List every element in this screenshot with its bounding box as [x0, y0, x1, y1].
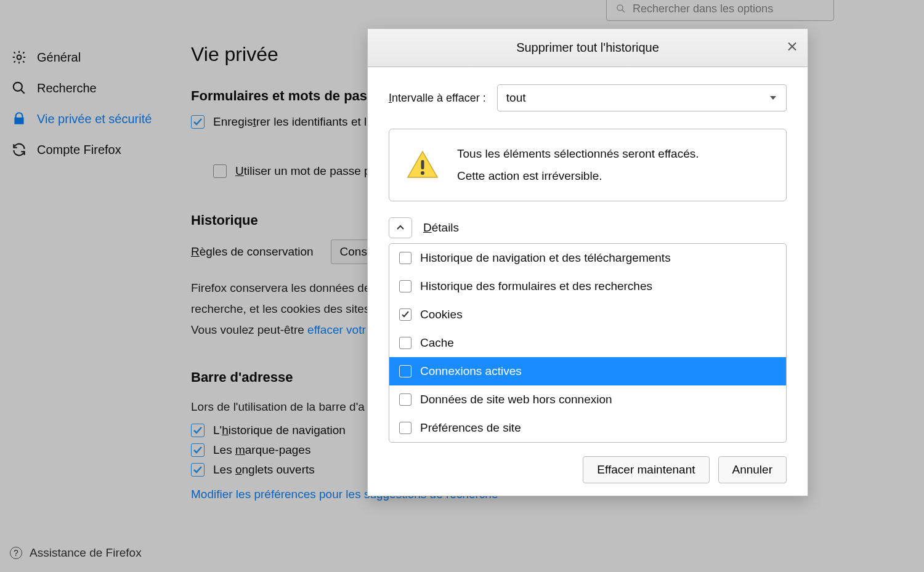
- check-item-label: Historique de navigation et des téléchar…: [420, 251, 671, 265]
- check-item-label: Cookies: [420, 308, 463, 321]
- checkbox-icon: [399, 308, 411, 321]
- checkbox-icon: [399, 280, 411, 292]
- checkbox-icon: [399, 393, 411, 406]
- details-label: Détails: [423, 221, 459, 235]
- warning-box: Tous les éléments sélectionnés seront ef…: [389, 129, 787, 201]
- details-toggle[interactable]: Détails: [389, 217, 787, 238]
- svg-point-4: [421, 171, 424, 175]
- check-item-label: Connexions actives: [420, 365, 522, 378]
- check-item-nav-history[interactable]: Historique de navigation et des téléchar…: [389, 244, 786, 272]
- check-item-label: Préférences de site: [420, 421, 521, 435]
- dialog-title: Supprimer tout l'historique: [516, 41, 659, 55]
- range-value: tout: [506, 91, 526, 105]
- warning-icon: [405, 148, 440, 182]
- close-icon: [787, 41, 798, 52]
- check-item-offline-data[interactable]: Données de site web hors connexion: [389, 385, 786, 414]
- dialog-header: Supprimer tout l'historique: [368, 29, 808, 67]
- check-item-label: Historique des formulaires et des recher…: [420, 280, 652, 293]
- chevron-down-icon: [769, 94, 777, 102]
- range-select[interactable]: tout: [497, 84, 787, 111]
- check-item-site-prefs[interactable]: Préférences de site: [389, 414, 786, 442]
- checkbox-icon: [399, 365, 411, 377]
- chevron-up-icon: [389, 217, 412, 238]
- clear-history-dialog: Supprimer tout l'historique Intervalle à…: [367, 28, 808, 496]
- range-row: Intervalle à effacer : tout: [389, 84, 787, 111]
- close-button[interactable]: [787, 41, 798, 55]
- check-item-form-history[interactable]: Historique des formulaires et des recher…: [389, 272, 786, 300]
- dialog-footer: Effacer maintenant Annuler: [389, 456, 787, 483]
- svg-rect-3: [421, 160, 424, 169]
- check-item-cache[interactable]: Cache: [389, 329, 786, 357]
- cancel-button[interactable]: Annuler: [718, 456, 787, 483]
- clear-now-button[interactable]: Effacer maintenant: [583, 456, 709, 483]
- checkbox-icon: [399, 422, 411, 434]
- check-item-label: Données de site web hors connexion: [420, 393, 612, 406]
- check-item-cookies[interactable]: Cookies: [389, 300, 786, 329]
- warning-text: Tous les éléments sélectionnés seront ef…: [457, 143, 699, 187]
- range-label: Intervalle à effacer :: [389, 92, 486, 105]
- checkbox-icon: [399, 337, 411, 349]
- check-item-label: Cache: [420, 336, 454, 350]
- checkbox-icon: [399, 252, 411, 264]
- check-item-active-logins[interactable]: Connexions actives: [389, 357, 786, 385]
- details-checklist: Historique de navigation et des téléchar…: [389, 243, 787, 443]
